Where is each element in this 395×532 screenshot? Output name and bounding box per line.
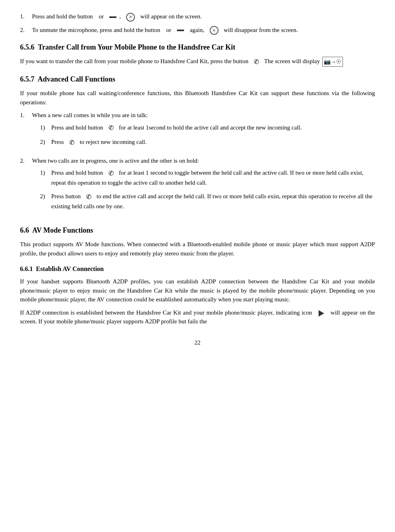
section-661-body2-before: If A2DP connection is established betwee… — [20, 309, 312, 316]
text-press-hold: Press and hold the button — [32, 13, 93, 20]
inner-text-2-1-before: Press and hold button — [51, 169, 103, 176]
inner-text-1-1-after: for at least 1second to hold the active … — [119, 124, 302, 131]
play-icon-661 — [319, 310, 324, 317]
section-66-heading: 6.6 AV Mode Functions — [20, 225, 375, 236]
outer-num-2: 2. — [20, 156, 32, 216]
inner-num-2-1: 1) — [40, 168, 51, 187]
outer-item-2: 2. When two calls are in progress, one i… — [20, 156, 375, 216]
section-656-text1: If you want to transfer the call from yo… — [20, 58, 249, 64]
again-text: again, — [190, 27, 204, 33]
cancel-icon-1 — [126, 13, 135, 22]
or-text-2: or — [166, 27, 171, 33]
section-656-text2: The screen will display — [264, 58, 320, 64]
section-661-body1: If your handset supports Bluetooth A2DP … — [20, 277, 375, 304]
outer-content-2: When two calls are in progress, one is a… — [32, 156, 375, 216]
inner-text-1-2-before: Press — [51, 139, 64, 145]
dash-icon-2 — [177, 30, 184, 31]
outer-num-1: 1. — [20, 111, 32, 152]
inner-content-1-2: Press ✆ to reject new incoming call. — [51, 137, 375, 147]
dash-icon-1 — [109, 16, 116, 18]
text-unmute: To unmute the microphone, press and hold… — [32, 27, 160, 33]
inner-item-1-2: 2) Press ✆ to reject new incoming call. — [40, 137, 375, 147]
inner-item-2-1: 1) Press and hold button ✆ for at least … — [40, 168, 375, 187]
inner-num-2-2: 2) — [40, 192, 51, 211]
section-661-body2: If A2DP connection is established betwee… — [20, 308, 375, 326]
outer-content-1: When a new call comes in while you are i… — [32, 111, 375, 152]
inner-item-1-1: 1) Press and hold button ✆ for at least … — [40, 123, 375, 133]
list-content-2: To unmute the microphone, press and hold… — [32, 26, 375, 35]
section-656-body: If you want to transfer the call from yo… — [20, 57, 375, 67]
section-656-heading: 6.5.6 Transfer Call from Your Mobile Pho… — [20, 42, 375, 53]
inner-content-2-1: Press and hold button ✆ for at least 1 s… — [51, 168, 375, 187]
inner-list-2: 1) Press and hold button ✆ for at least … — [40, 168, 375, 211]
list-number-2: 2. — [20, 26, 32, 35]
inner-text-1-1-before: Press and hold button — [51, 124, 103, 131]
phone-icon-2-1: ✆ — [108, 169, 114, 178]
list-item-1: 1. Press and hold the button or , will a… — [20, 12, 375, 22]
section-657-intro: If your mobile phone has call waiting/co… — [20, 89, 375, 107]
cancel-icon-2 — [210, 26, 219, 35]
inner-text-2-2-before: Press button — [51, 193, 81, 199]
outer-text-1: When a new call comes in while you are i… — [32, 112, 148, 118]
text-will-disappear: will disappear from the screen. — [224, 27, 298, 33]
outer-item-1: 1. When a new call comes in while you ar… — [20, 111, 375, 152]
or-text-1: or — [99, 13, 104, 20]
inner-item-2-2: 2) Press button ✆ to end the active call… — [40, 192, 375, 211]
list-content-1: Press and hold the button or , will appe… — [32, 12, 375, 22]
phone-icon-656: ✆ — [254, 57, 259, 67]
separator-comma-1: , — [119, 13, 121, 20]
inner-text-1-2-after: to reject new incoming call. — [80, 139, 146, 145]
section-657-heading: 6.5.7 Advanced Call Functions — [20, 74, 375, 85]
text-will-appear-1: will appear on the screen. — [140, 13, 202, 20]
phone-icon-1-2: ✆ — [69, 138, 74, 147]
inner-text-2-2-after: to end the active call and accept the he… — [51, 193, 373, 209]
screen-icons-656: 📷→☉ — [322, 57, 343, 67]
inner-num-1-2: 2) — [40, 137, 51, 147]
phone-icon-2-2: ✆ — [86, 192, 91, 202]
phone-icon-1-1: ✆ — [108, 123, 114, 133]
inner-list-1: 1) Press and hold button ✆ for at least … — [40, 123, 375, 147]
list-item-2: 2. To unmute the microphone, press and h… — [20, 26, 375, 35]
inner-content-1-1: Press and hold button ✆ for at least 1se… — [51, 123, 375, 133]
outer-text-2: When two calls are in progress, one is a… — [32, 157, 199, 164]
list-number-1: 1. — [20, 12, 32, 22]
inner-content-2-2: Press button ✆ to end the active call an… — [51, 192, 375, 211]
inner-num-1-1: 1) — [40, 123, 51, 133]
section-661-heading: 6.6.1 Establish AV Connection — [20, 264, 375, 274]
section-66-body: This product supports AV Mode functions.… — [20, 240, 375, 258]
page-number: 22 — [20, 338, 375, 347]
